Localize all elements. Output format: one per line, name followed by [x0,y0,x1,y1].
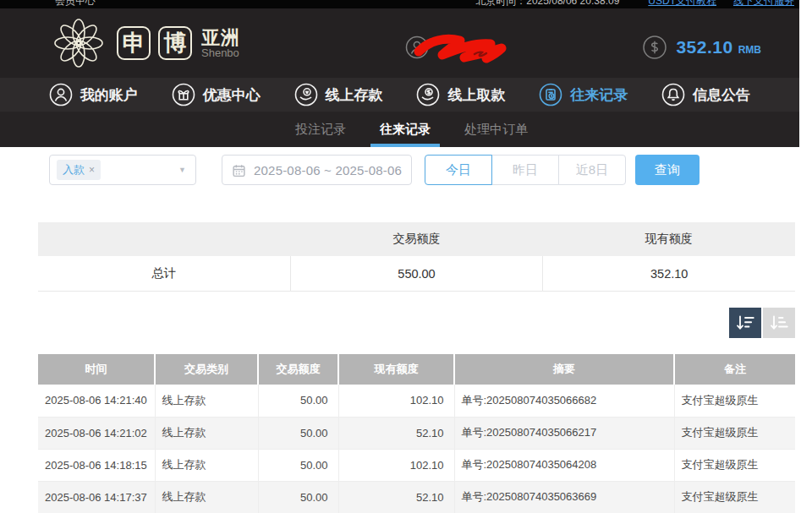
date-range-value: 2025-08-06 ~ 2025-08-06 [254,163,402,177]
coin-icon [642,35,667,60]
quick-range-group: 今日 昨日 近8日 [425,155,626,185]
nav-label: 线上存款 [326,85,383,105]
col-remark: 备注 [674,354,795,385]
balance-currency: RMB [738,44,761,56]
logo-char-box: 申 [117,26,151,60]
gift-icon [172,83,195,106]
table-row: 2025-08-06 14:21:40 线上存款 50.00 102.10 单号… [38,385,795,417]
withdraw-icon [416,83,440,106]
transaction-type-select[interactable]: 入款 × ▼ [49,155,196,185]
calendar-icon [232,163,246,177]
offline-pay-link[interactable]: 线下支付服务 [733,0,794,8]
flower-logo-icon [52,17,105,69]
yesterday-button[interactable]: 昨日 [491,155,559,185]
cell-time: 2025-08-06 14:18:15 [38,449,155,481]
col-time: 时间 [38,354,155,385]
col-type: 交易类别 [155,354,258,385]
cell-trade-amount: 50.00 [258,449,338,481]
filter-bar: 入款 × ▼ 2025-08-06 ~ 2025-08-06 今日 昨日 近8日… [49,155,700,185]
summary-total-label: 总计 [38,256,291,291]
summary-header-trade: 交易额度 [290,222,542,256]
cell-type: 线上存款 [155,449,258,481]
sort-descending-button[interactable] [729,308,761,338]
chevron-down-icon: ▼ [178,166,186,174]
cell-type: 线上存款 [155,417,258,449]
summary-total-trade: 550.00 [291,256,544,291]
nav-transaction-records[interactable]: 往来记录 [539,83,628,106]
cell-balance: 52.10 [338,417,454,449]
selected-type-tag: 入款 × [57,160,101,180]
nav-announcements[interactable]: 信息公告 [661,83,750,106]
cell-type: 线上存款 [155,385,258,417]
sort-descending-icon [735,314,755,332]
sort-controls [729,308,795,338]
logo-subtitle: Shenbo [201,47,240,59]
records-icon [539,83,562,106]
col-trade-amount: 交易额度 [258,354,338,385]
sort-ascending-button[interactable] [763,308,795,338]
tab-transaction-records[interactable]: 往来记录 [378,112,432,147]
sort-ascending-icon [769,314,789,332]
cell-trade-amount: 50.00 [258,481,338,513]
user-icon [49,83,73,106]
col-summary: 摘要 [454,354,674,385]
nav-label: 往来记录 [570,85,628,105]
cell-type: 线上存款 [155,481,258,513]
nav-label: 我的账户 [80,85,138,105]
cell-summary: 单号:202508074035066682 [454,385,674,417]
redacted-username-scribble [412,29,522,66]
logo-region-text: 亚洲 [201,28,240,47]
date-range-input[interactable]: 2025-08-06 ~ 2025-08-06 [222,155,412,185]
table-row: 2025-08-06 14:21:02 线上存款 50.00 52.10 单号:… [38,417,795,449]
table-row: 2025-08-06 14:17:37 线上存款 50.00 52.10 单号:… [38,481,795,513]
cell-remark: 支付宝超级原生 [674,385,795,417]
balance-display[interactable]: 352.10 RMB [642,35,761,60]
summary-header-row: 交易额度 现有额度 [38,222,795,256]
cell-trade-amount: 50.00 [258,385,338,417]
cell-balance: 102.10 [338,449,454,481]
table-row: 2025-08-06 14:18:15 线上存款 50.00 102.10 单号… [38,449,795,481]
user-account-area[interactable] [388,29,642,66]
cell-time: 2025-08-06 14:21:02 [38,417,155,449]
nav-online-deposit[interactable]: 线上存款 [294,83,383,106]
main-navigation: 我的账户 优惠中心 线上存款 [0,78,799,112]
last-8-days-button[interactable]: 近8日 [558,155,626,185]
logo-char-box: 博 [158,26,192,60]
cell-remark: 支付宝超级原生 [674,449,795,481]
summary-header-empty [38,222,290,256]
tab-betting-records[interactable]: 投注记录 [294,112,348,147]
bell-icon [661,83,685,106]
cell-time: 2025-08-06 14:21:40 [38,385,155,417]
query-button[interactable]: 查询 [635,155,700,185]
nav-my-account[interactable]: 我的账户 [49,83,138,106]
nav-label: 线上取款 [447,85,505,105]
cell-summary: 单号:202508074035066217 [454,417,674,449]
cell-balance: 102.10 [338,385,454,417]
site-header: 申 博 亚洲 Shenbo 352.10 RMB [0,8,799,78]
summary-total-balance: 352.10 [543,256,795,291]
usdt-guide-link[interactable]: USDT支付教程 [648,0,716,8]
transactions-table: 时间 交易类别 交易额度 现有额度 摘要 备注 2025-08-06 14:21… [38,354,795,513]
nav-label: 优惠中心 [203,85,261,105]
table-header-row: 时间 交易类别 交易额度 现有额度 摘要 备注 [38,354,795,385]
member-center-link[interactable]: 会员中心 [55,0,96,8]
nav-promotions[interactable]: 优惠中心 [172,83,261,106]
cell-balance: 52.10 [338,481,454,513]
balance-amount: 352.10 [676,37,732,57]
brand-logo[interactable]: 申 博 亚洲 Shenbo [52,17,240,69]
cell-time: 2025-08-06 14:17:37 [38,481,155,513]
remove-tag-icon[interactable]: × [89,164,95,176]
cell-trade-amount: 50.00 [258,417,338,449]
nav-label: 信息公告 [693,85,750,105]
nav-online-withdraw[interactable]: 线上取款 [416,83,505,106]
beijing-time-label: 北京时间：2025/08/06 20:38:09 [475,0,619,8]
record-subtabs: 投注记录 往来记录 处理中订单 [0,112,799,147]
summary-total-row: 总计 550.00 352.10 [38,256,795,292]
today-button[interactable]: 今日 [425,155,492,185]
top-status-bar: 会员中心 北京时间：2025/08/06 20:38:09 USDT支付教程 线… [0,0,799,8]
summary-header-balance: 现有额度 [543,222,795,256]
cell-summary: 单号:202508074035063669 [454,481,674,513]
tab-pending-orders[interactable]: 处理中订单 [463,112,529,147]
summary-table: 交易额度 现有额度 总计 550.00 352.10 [38,222,795,292]
cell-remark: 支付宝超级原生 [674,417,795,449]
